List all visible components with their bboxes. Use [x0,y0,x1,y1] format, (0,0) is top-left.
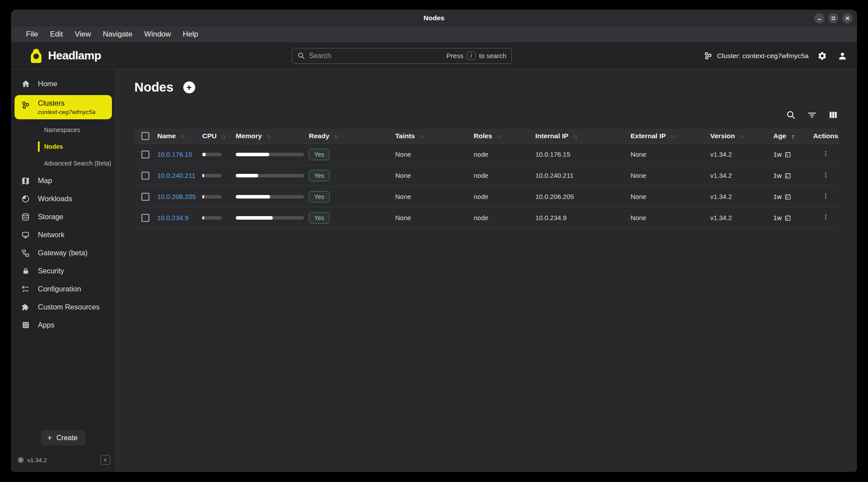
cluster-version-label: v1.34.2 [27,457,47,464]
select-all-checkbox[interactable] [141,132,149,140]
node-name-link[interactable]: 10.0.176.15 [157,151,192,158]
menu-navigate[interactable]: Navigate [103,30,132,39]
node-name-link[interactable]: 10.0.234.9 [157,214,189,221]
maximize-button[interactable] [828,13,838,23]
row-checkbox[interactable] [141,172,149,180]
sidebar-item-home[interactable]: Home [11,75,115,93]
kebab-icon [822,150,830,158]
calendar-icon [784,193,791,200]
sort-icon: ↑↓ [739,133,743,140]
column-header-roles[interactable]: Roles↑↓ [473,132,534,140]
sidebar-item-configuration[interactable]: Configuration [11,280,115,298]
row-actions-menu-button[interactable] [820,148,831,161]
sidebar-item-gateway[interactable]: Gateway (beta) [11,244,115,262]
age-value: 1w [773,172,782,179]
clusters-icon [21,100,30,110]
table-search-button[interactable] [785,109,797,122]
column-label: Version [710,132,735,140]
memory-usage-bar [236,174,304,177]
row-checkbox[interactable] [141,214,149,222]
close-icon [845,16,850,21]
column-header-ready[interactable]: Ready↑↓ [308,132,394,140]
sidebar-item-security[interactable]: Security [11,262,115,280]
column-header-taints[interactable]: Taints↑↓ [394,132,473,140]
roles-value: node [474,214,488,221]
brand-name: Headlamp [48,49,101,63]
create-button[interactable]: + Create [41,430,85,445]
sort-icon: ↑↓ [573,133,577,140]
column-header-cpu[interactable]: CPU↑↓ [201,132,235,140]
sidebar-item-custom-resources[interactable]: Custom Resources [11,298,115,316]
gear-icon [817,51,827,61]
table-columns-button[interactable] [827,109,839,122]
table-filter-button[interactable] [806,109,818,122]
create-node-button[interactable]: + [183,81,195,93]
sidebar-item-label: Advanced Search (Beta) [44,160,111,167]
roles-value: node [474,193,488,200]
sidebar-item-storage[interactable]: Storage [11,208,115,226]
sidebar: Home Clusters context-ceg7wfmyc5a Namesp… [11,70,116,472]
column-header-name[interactable]: Name↑↓ [156,132,201,140]
home-icon [21,79,30,88]
taints-value: None [395,193,411,200]
table-row: 10.0.240.211 Yes None node 10.0.240.211 … [134,165,839,186]
sidebar-clusters-text: Clusters context-ceg7wfmyc5a [38,99,96,115]
age-value: 1w [773,193,782,200]
node-name-link[interactable]: 10.0.240.211 [157,172,195,179]
sidebar-item-workloads[interactable]: Workloads [11,190,115,208]
menu-view[interactable]: View [75,30,91,39]
row-checkbox[interactable] [141,151,149,158]
sidebar-item-network[interactable]: Network [11,226,115,244]
row-actions-menu-button[interactable] [820,190,831,203]
slash-keycap: / [467,52,476,60]
sort-icon: ↑↓ [670,133,674,140]
user-account-button[interactable] [836,49,849,63]
node-name-link[interactable]: 10.0.206.205 [157,193,196,200]
kubernetes-version-icon [17,456,24,464]
close-button[interactable] [842,13,853,23]
menu-help[interactable]: Help [183,30,198,39]
settings-button[interactable] [816,49,829,63]
sort-icon: ↑↓ [266,133,270,140]
column-label: Internal IP [535,132,568,140]
app-header: Headlamp Search Press / to search Cluste… [11,42,857,70]
global-search-input[interactable]: Search Press / to search [292,48,512,64]
taints-value: None [395,172,411,179]
row-actions-menu-button[interactable] [820,211,831,224]
calendar-icon [784,172,791,179]
menu-edit[interactable]: Edit [50,30,63,39]
column-header-internal-ip[interactable]: Internal IP↑↓ [534,132,630,140]
hint-press: Press [446,52,463,59]
main-content: Nodes + Name↑↓ CPU↑↓ [116,70,857,472]
version-value: v1.34.2 [710,214,732,221]
column-header-version[interactable]: Version↑↓ [709,132,772,140]
sidebar-item-namespaces[interactable]: Namespaces [11,121,115,138]
columns-icon [828,110,838,120]
sidebar-item-advanced-search[interactable]: Advanced Search (Beta) [11,155,115,172]
sidebar-item-apps[interactable]: Apps [11,316,115,334]
menu-file[interactable]: File [26,30,38,39]
column-header-age[interactable]: Age↑ [772,132,812,140]
column-header-external-ip[interactable]: External IP↑↓ [630,132,709,140]
cpu-usage-bar [202,174,222,177]
sidebar-item-label: Namespaces [44,126,80,133]
sidebar-bottom: + Create v1.34.2 [11,430,115,472]
window-title: Nodes [11,14,857,22]
sidebar-item-clusters[interactable]: Clusters context-ceg7wfmyc5a [15,95,112,119]
sidebar-item-map[interactable]: Map [11,172,115,190]
sidebar-item-label: Map [38,177,52,185]
sidebar-item-label: Custom Resources [38,303,100,311]
cpu-usage-bar [202,153,222,156]
menu-window[interactable]: Window [144,30,171,39]
sort-icon: ↑↓ [334,133,338,140]
minimize-button[interactable] [814,13,824,23]
sidebar-item-nodes[interactable]: Nodes [11,138,115,155]
app-body: Home Clusters context-ceg7wfmyc5a Namesp… [11,70,857,472]
cluster-chooser-button[interactable]: Cluster: context-ceg7wfmyc5a [703,51,809,61]
person-icon [838,51,847,61]
row-checkbox[interactable] [141,193,149,201]
taints-value: None [395,214,411,221]
column-header-memory[interactable]: Memory↑↓ [235,132,308,140]
collapse-sidebar-button[interactable] [100,455,110,465]
row-actions-menu-button[interactable] [820,169,831,182]
